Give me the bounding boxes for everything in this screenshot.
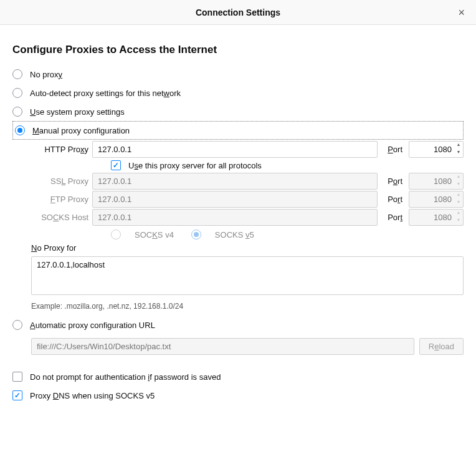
autoconfig-url-input: [31, 338, 414, 355]
socks-version-row: SOCKS v4 SOCKS v5: [111, 230, 464, 239]
proxy-dns-label: Proxy DNS when using SOCKS v5: [30, 391, 155, 400]
radio-auto-detect[interactable]: [12, 88, 22, 98]
radio-system-proxy[interactable]: [12, 107, 22, 117]
use-for-all-label: Use this proxy server for all protocols: [128, 161, 262, 170]
http-proxy-input[interactable]: [92, 141, 378, 158]
socks-proxy-label: SOCKS Host: [31, 213, 88, 222]
option-no-proxy[interactable]: No proxy: [12, 65, 464, 84]
http-port-label: Port: [381, 145, 405, 154]
ssl-port-label: Port: [381, 176, 405, 186]
http-proxy-label: HTTP Proxy: [31, 145, 88, 154]
label-socks-v4: SOCKS v4: [135, 230, 174, 239]
radio-socks-v4: [111, 230, 121, 239]
socks-proxy-row: SOCKS Host Port ▲▼: [31, 209, 464, 226]
content-area: Configure Proxies to Access the Internet…: [0, 25, 476, 411]
no-proxy-for-block: No Proxy for Example: .mozilla.org, .net…: [31, 243, 464, 311]
ssl-proxy-label: SSL Proxy: [31, 176, 88, 186]
window-title: Connection Settings: [196, 7, 280, 17]
ssl-proxy-input: [92, 173, 378, 190]
ftp-port-label: Port: [381, 195, 405, 204]
no-prompt-label: Do not prompt for authentication if pass…: [30, 372, 221, 382]
option-system-proxy[interactable]: Use system proxy settings: [12, 102, 464, 121]
reload-button: Reload: [419, 338, 464, 355]
use-for-all-row[interactable]: Use this proxy server for all protocols: [111, 160, 464, 170]
proxy-dns-row[interactable]: Proxy DNS when using SOCKS v5: [12, 386, 464, 405]
option-auto-detect[interactable]: Auto-detect proxy settings for this netw…: [12, 84, 464, 102]
radio-socks-v5: [191, 230, 201, 239]
proxy-dns-checkbox[interactable]: [12, 390, 22, 400]
http-proxy-row: HTTP Proxy Port ▲▼: [31, 141, 464, 158]
label-system-proxy: Use system proxy settings: [30, 107, 125, 117]
socks-port-label: Port: [381, 213, 405, 222]
label-socks-v5: SOCKS v5: [215, 230, 254, 239]
label-no-proxy: No proxy: [30, 70, 62, 79]
label-manual-proxy: Manual proxy configuration: [32, 126, 130, 135]
option-manual-proxy[interactable]: Manual proxy configuration: [12, 121, 464, 140]
radio-no-proxy[interactable]: [12, 69, 22, 79]
use-for-all-checkbox[interactable]: [111, 160, 121, 170]
autoconfig-row: Reload: [31, 338, 464, 355]
radio-manual-proxy[interactable]: [15, 125, 25, 135]
no-proxy-for-label: No Proxy for: [31, 243, 464, 253]
option-autoconfig[interactable]: Automatic proxy configuration URL: [12, 316, 464, 334]
ftp-proxy-input: [92, 191, 378, 208]
ftp-proxy-row: FTP Proxy Port ▲▼: [31, 191, 464, 208]
socks-proxy-input: [92, 209, 378, 226]
ftp-proxy-label: FTP Proxy: [31, 195, 88, 204]
label-auto-detect: Auto-detect proxy settings for this netw…: [30, 89, 181, 98]
close-icon[interactable]: ×: [453, 4, 470, 21]
ssl-port-spinner: ▲▼: [455, 174, 462, 188]
ftp-port-spinner: ▲▼: [455, 192, 462, 206]
no-proxy-for-textarea[interactable]: [31, 256, 464, 295]
http-port-spinner[interactable]: ▲▼: [455, 142, 462, 157]
ssl-proxy-row: SSL Proxy Port ▲▼: [31, 173, 464, 190]
manual-proxy-block: HTTP Proxy Port ▲▼ Use this proxy server…: [31, 141, 464, 239]
no-prompt-checkbox[interactable]: [12, 372, 22, 382]
no-proxy-example: Example: .mozilla.org, .net.nz, 192.168.…: [31, 302, 464, 311]
section-title: Configure Proxies to Access the Internet: [12, 44, 464, 56]
title-bar: Connection Settings ×: [0, 0, 476, 25]
radio-autoconfig[interactable]: [12, 320, 22, 330]
label-autoconfig: Automatic proxy configuration URL: [30, 321, 155, 330]
no-prompt-row[interactable]: Do not prompt for authentication if pass…: [12, 367, 464, 386]
socks-port-spinner: ▲▼: [455, 210, 462, 225]
